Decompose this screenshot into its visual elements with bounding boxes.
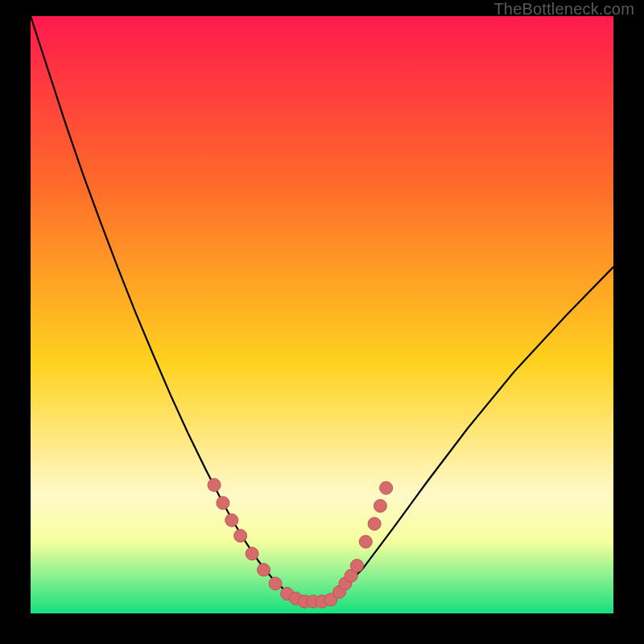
curve-marker — [350, 559, 363, 572]
curve-marker — [359, 535, 372, 548]
curve-marker — [217, 497, 229, 510]
gradient-background — [31, 16, 613, 613]
curve-marker — [368, 518, 381, 530]
curve-marker — [225, 514, 238, 526]
chart-frame: TheBottleneck.com — [0, 0, 644, 644]
curve-marker — [246, 547, 258, 560]
curve-marker — [380, 481, 393, 494]
curve-marker — [234, 530, 247, 543]
curve-marker — [258, 564, 270, 576]
curve-marker — [269, 577, 282, 590]
chart-svg — [31, 16, 613, 613]
curve-marker — [208, 478, 221, 491]
curve-marker — [374, 499, 386, 512]
plot-area — [31, 16, 613, 613]
